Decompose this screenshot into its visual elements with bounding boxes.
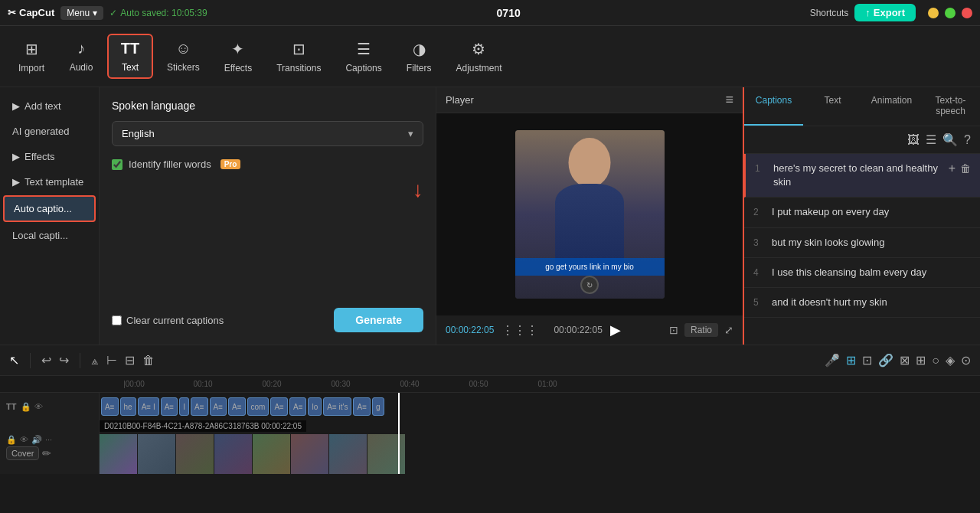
tool-text[interactable]: TT Text — [107, 34, 153, 79]
tool-transitions[interactable]: ⊡ Transitions — [266, 35, 332, 78]
sidebar-item-local-caption[interactable]: Local capti... — [3, 224, 96, 247]
tool-effects[interactable]: ✦ Effects — [214, 35, 263, 78]
clip-tag-7[interactable]: A≡ — [228, 397, 246, 416]
caption-delete-3[interactable]: 🗑 — [960, 236, 971, 250]
redo-button[interactable]: ↪ — [59, 353, 69, 368]
text-fit-button[interactable]: ⊠ — [900, 353, 910, 368]
minimize-button[interactable] — [928, 8, 939, 18]
clip-tag-8[interactable]: com — [247, 397, 270, 416]
close-button[interactable] — [962, 8, 972, 18]
caption-add-4[interactable]: + — [949, 266, 956, 279]
left-panel: ▶ Add text AI generated ▶ Effects ▶ Text… — [0, 87, 100, 345]
clip-tag-1[interactable]: he — [120, 397, 136, 416]
clip-button[interactable]: ⊡ — [862, 353, 872, 368]
mic-button[interactable]: 🎤 — [825, 353, 840, 368]
rpanel-list-icon[interactable]: ☰ — [926, 132, 936, 147]
caption-item-5[interactable]: 5 and it doesn't hurt my skin + 🗑 — [744, 288, 980, 318]
identify-filler-checkbox[interactable] — [112, 159, 122, 170]
tab-text[interactable]: Text — [803, 87, 862, 126]
rotate-handle[interactable]: ↻ — [580, 276, 599, 294]
caption-item-1[interactable]: 1 here's my secret to clean and healthy … — [744, 154, 980, 198]
play-button[interactable]: ▶ — [610, 322, 621, 338]
timeline-right-tools: 🎤 ⊞ ⊡ 🔗 ⊠ ⊞ ○ ◈ ⊙ — [825, 353, 971, 368]
split-button[interactable]: ⟁ — [91, 354, 99, 368]
sidebar-item-effects[interactable]: ▶ Effects — [3, 145, 96, 168]
caption-item-3[interactable]: 3 but my skin looks glowing + 🗑 — [744, 228, 980, 258]
clip-tag-14[interactable]: g — [372, 397, 384, 416]
caption-add-5[interactable]: + — [949, 296, 956, 309]
snap-button[interactable]: ⊞ — [846, 353, 856, 368]
tool-import[interactable]: ⊞ Import — [8, 35, 55, 78]
caption-delete-4[interactable]: 🗑 — [960, 266, 971, 279]
tab-text-to-speech[interactable]: Text-to-speech — [921, 87, 980, 126]
fullscreen-button[interactable]: ⤢ — [724, 323, 733, 337]
caption-delete-1[interactable]: 🗑 — [960, 162, 971, 175]
generate-button[interactable]: Generate — [334, 308, 423, 332]
caption-delete-2[interactable]: 🗑 — [960, 205, 971, 219]
more-icon-video[interactable]: ··· — [45, 435, 52, 444]
mute-button[interactable]: ○ — [932, 353, 939, 368]
effects-icon: ✦ — [231, 40, 244, 58]
ratio-button[interactable]: Ratio — [684, 323, 718, 337]
sidebar-item-text-template[interactable]: ▶ Text template — [3, 170, 96, 194]
player-menu-button[interactable]: ≡ — [725, 92, 733, 108]
clip-tag-13[interactable]: A≡ — [353, 397, 371, 416]
eye-icon[interactable]: 👁 — [34, 402, 43, 412]
tool-captions[interactable]: ☰ Captions — [335, 35, 392, 78]
audio-icon-video[interactable]: 🔊 — [31, 435, 42, 445]
main-area: ▶ Add text AI generated ▶ Effects ▶ Text… — [0, 87, 980, 345]
zoom-fit-button[interactable]: ⊙ — [961, 353, 971, 368]
clip-tag-12[interactable]: A≡ it's — [323, 397, 351, 416]
clip-tag-2[interactable]: A≡ I — [138, 397, 159, 416]
lock-icon[interactable]: 🔒 — [21, 402, 31, 412]
caption-item-4[interactable]: 4 I use this cleansing balm every day + … — [744, 258, 980, 288]
clip-tag-5[interactable]: A≡ — [191, 397, 208, 416]
clip-tag-6[interactable]: A≡ — [210, 397, 227, 416]
clip-tag-0[interactable]: A≡ — [101, 397, 119, 416]
clip-tag-11[interactable]: lo — [308, 397, 322, 416]
clip-tag-9[interactable]: A≡ — [270, 397, 288, 416]
menu-button[interactable]: Menu ▾ — [60, 6, 103, 20]
delete-button[interactable]: 🗑 — [142, 354, 155, 368]
sidebar-item-ai-generated[interactable]: AI generated — [3, 119, 96, 143]
effects-label: Effects — [24, 151, 55, 162]
shortcuts-button[interactable]: Shortcuts — [810, 8, 849, 18]
tool-adjustment[interactable]: ⚙ Adjustment — [445, 35, 512, 78]
cover-label[interactable]: Cover — [6, 446, 39, 460]
caption-add-2[interactable]: + — [949, 205, 956, 219]
caption-add-3[interactable]: + — [949, 236, 956, 250]
main-toolbar: ⊞ Import ♪ Audio TT Text ☺ Stickers ✦ Ef… — [0, 26, 980, 87]
tab-captions[interactable]: Captions — [744, 87, 803, 126]
window-controls — [928, 8, 972, 18]
player-header: Player ≡ — [436, 87, 743, 113]
rpanel-search-icon[interactable]: 🔍 — [942, 132, 958, 147]
export-button[interactable]: ↑ Export — [854, 4, 916, 21]
lock-icon-video[interactable]: 🔒 — [6, 435, 17, 445]
caption-item-2[interactable]: 2 I put makeup on every day + 🗑 — [744, 198, 980, 227]
sidebar-item-add-text[interactable]: ▶ Add text — [3, 94, 96, 118]
align-left-button[interactable]: ⊢ — [106, 353, 117, 368]
tool-audio[interactable]: ♪ Audio — [58, 35, 104, 77]
caption-add-1[interactable]: + — [949, 162, 956, 175]
clip-tag-10[interactable]: A≡ — [289, 397, 307, 416]
caption-delete-5[interactable]: 🗑 — [960, 296, 971, 309]
grid-button[interactable]: ⊞ — [916, 353, 926, 368]
fullscreen-crop-button[interactable]: ⊡ — [669, 323, 678, 337]
rpanel-image-icon[interactable]: 🖼 — [907, 133, 920, 147]
select-tool-button[interactable]: ↖ — [9, 353, 19, 368]
sidebar-item-auto-caption[interactable]: Auto captio... — [3, 195, 96, 222]
link-button[interactable]: 🔗 — [878, 353, 893, 368]
speed-button[interactable]: ◈ — [946, 353, 955, 368]
tool-stickers[interactable]: ☺ Stickers — [156, 35, 211, 77]
eye-icon-video[interactable]: 👁 — [20, 435, 28, 444]
maximize-button[interactable] — [945, 8, 956, 18]
rpanel-help-icon[interactable]: ? — [964, 133, 971, 147]
language-select[interactable]: English ▾ — [112, 121, 423, 146]
clip-tag-4[interactable]: I — [179, 397, 189, 416]
tab-animation[interactable]: Animation — [862, 87, 921, 126]
align-center-button[interactable]: ⊟ — [125, 353, 135, 368]
clear-captions-checkbox[interactable] — [112, 315, 122, 325]
undo-button[interactable]: ↩ — [41, 353, 51, 368]
tool-filters[interactable]: ◑ Filters — [396, 35, 443, 78]
clip-tag-3[interactable]: A≡ — [161, 397, 178, 416]
